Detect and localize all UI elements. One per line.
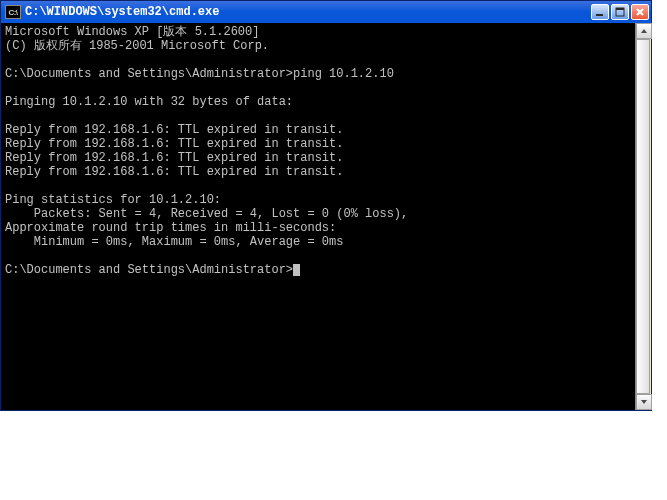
svg-rect-0 <box>596 14 603 16</box>
maximize-button[interactable] <box>611 4 629 20</box>
svg-rect-2 <box>616 8 624 10</box>
system-menu-icon[interactable]: C:\ <box>5 5 21 19</box>
titlebar-buttons <box>591 4 649 20</box>
terminal-line <box>5 249 631 263</box>
terminal-line <box>5 179 631 193</box>
terminal-line: Approximate round trip times in milli-se… <box>5 221 631 235</box>
scroll-up-button[interactable] <box>636 23 652 39</box>
terminal-line: Pinging 10.1.2.10 with 32 bytes of data: <box>5 95 631 109</box>
scroll-down-button[interactable] <box>636 394 652 410</box>
scroll-thumb[interactable] <box>636 39 650 394</box>
minimize-icon <box>595 7 605 17</box>
cursor <box>293 264 300 276</box>
terminal-line: Minimum = 0ms, Maximum = 0ms, Average = … <box>5 235 631 249</box>
titlebar[interactable]: C:\ C:\WINDOWS\system32\cmd.exe <box>1 1 651 23</box>
terminal-line: Ping statistics for 10.1.2.10: <box>5 193 631 207</box>
terminal-line <box>5 53 631 67</box>
terminal-line: C:\Documents and Settings\Administrator>… <box>5 67 631 81</box>
terminal-line: Reply from 192.168.1.6: TTL expired in t… <box>5 123 631 137</box>
system-icon-label: C:\ <box>8 8 17 17</box>
close-icon <box>635 7 645 17</box>
terminal-line: Reply from 192.168.1.6: TTL expired in t… <box>5 165 631 179</box>
terminal-line: Microsoft Windows XP [版本 5.1.2600] <box>5 25 631 39</box>
terminal-line: (C) 版权所有 1985-2001 Microsoft Corp. <box>5 39 631 53</box>
minimize-button[interactable] <box>591 4 609 20</box>
close-button[interactable] <box>631 4 649 20</box>
terminal-line <box>5 109 631 123</box>
terminal-line: Reply from 192.168.1.6: TTL expired in t… <box>5 151 631 165</box>
maximize-icon <box>615 7 625 17</box>
chevron-down-icon <box>640 398 648 406</box>
chevron-up-icon <box>640 27 648 35</box>
terminal-line <box>5 81 631 95</box>
terminal-output[interactable]: Microsoft Windows XP [版本 5.1.2600](C) 版权… <box>1 23 635 410</box>
terminal-line: Packets: Sent = 4, Received = 4, Lost = … <box>5 207 631 221</box>
terminal-line: C:\Documents and Settings\Administrator> <box>5 263 631 277</box>
client-area: Microsoft Windows XP [版本 5.1.2600](C) 版权… <box>1 23 651 410</box>
cmd-window: C:\ C:\WINDOWS\system32\cmd.exe Microsof… <box>0 0 652 411</box>
scroll-track[interactable] <box>636 39 651 394</box>
window-title: C:\WINDOWS\system32\cmd.exe <box>25 5 591 19</box>
terminal-line: Reply from 192.168.1.6: TTL expired in t… <box>5 137 631 151</box>
vertical-scrollbar[interactable] <box>635 23 651 410</box>
